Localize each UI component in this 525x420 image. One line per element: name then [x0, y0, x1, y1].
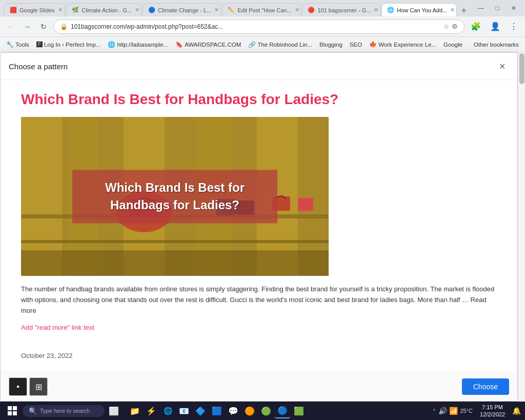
- windows-logo: [8, 406, 17, 415]
- window-controls: — □ ✕: [474, 3, 521, 14]
- bookmark-more[interactable]: Other bookmarks: [472, 41, 521, 49]
- title-bar: 🟥 Google Slides ✕ 🌿 Climate Action - G..…: [0, 0, 525, 16]
- bookmark-awardspace-label: AWARDSPACE.COM: [185, 42, 241, 48]
- rh-icon: 🔗: [248, 41, 256, 48]
- bookmark-tools[interactable]: 🔧 Tools: [4, 40, 31, 49]
- search-icon: 🔍: [29, 407, 37, 415]
- start-cell-1: [8, 406, 12, 410]
- tray-volume-icon[interactable]: 🔊: [438, 407, 447, 415]
- taskbar: 🔍 Type here to search ⬜ 📁 ⚡ 🌐 📧 🔷 🟦 💬 🟠 …: [0, 402, 525, 420]
- new-tab-button[interactable]: +: [458, 6, 470, 16]
- read-more-link[interactable]: Add "read more" link text: [21, 324, 94, 331]
- bookmark-google[interactable]: Google: [441, 41, 465, 49]
- bookmarks-bar: 🔧 Tools 🅿 Log In ‹ Perfect Imp... 🌐 http…: [0, 37, 525, 52]
- browser-content-area: Choose a pattern ✕ Which Brand Is Best f…: [0, 52, 525, 402]
- taskbar-vscode[interactable]: 🔷: [193, 403, 208, 418]
- work-icon: 🍁: [369, 41, 377, 48]
- taskbar-apps: 📁 ⚡ 🌐 📧 🔷 🟦 💬 🟠 🟢 🔵 🟩: [123, 403, 431, 418]
- bookmark-awardspace[interactable]: 🔖 AWARDSPACE.COM: [173, 40, 243, 49]
- tray-network-icon[interactable]: 📶: [449, 407, 458, 415]
- scrollbar[interactable]: [518, 52, 525, 402]
- taskbar-teams[interactable]: 💬: [226, 403, 241, 418]
- taskbar-mail[interactable]: 📧: [176, 403, 192, 418]
- choose-button[interactable]: Choose: [462, 378, 509, 395]
- bookmark-login[interactable]: 🅿 Log In ‹ Perfect Imp...: [34, 40, 103, 49]
- tab-label-5: 101 bagscorner - G...: [317, 7, 371, 13]
- tab-close-5[interactable]: ✕: [371, 7, 378, 13]
- minimize-button[interactable]: —: [474, 3, 488, 14]
- back-button[interactable]: ←: [4, 20, 17, 33]
- taskbar-excel[interactable]: 🟩: [291, 403, 307, 418]
- profile-icon[interactable]: 👤: [487, 19, 503, 33]
- tab-label-2: Climate Action - G...: [82, 7, 132, 13]
- scrollbar-thumb[interactable]: [519, 53, 524, 84]
- taskbar-file-explorer[interactable]: 📁: [127, 403, 143, 418]
- tab-label-3: Climate Change - L...: [158, 7, 211, 13]
- dialog-title: Choose a pattern: [9, 62, 68, 71]
- bookmark-tools-label: Tools: [15, 42, 29, 48]
- tools-icon: 🔧: [6, 41, 14, 48]
- extension-icon[interactable]: ⚙: [452, 23, 458, 30]
- maximize-button[interactable]: □: [490, 3, 504, 14]
- blogging-label: Blogging: [319, 42, 342, 48]
- system-tray: ^ 🔊 📶 25°C 7:15 PM 12/2/2022 🔔: [433, 404, 521, 418]
- start-button[interactable]: [4, 403, 21, 419]
- task-view-button[interactable]: ⬜: [107, 404, 121, 418]
- tray-temp: 25°C: [460, 408, 473, 414]
- bookmark-laibasample[interactable]: 🌐 http://laibasample...: [106, 40, 170, 49]
- dialog-close-button[interactable]: ✕: [495, 59, 509, 73]
- tab-close-6[interactable]: ✕: [447, 7, 455, 13]
- forward-button[interactable]: →: [21, 20, 34, 33]
- lock-icon: 🔒: [60, 23, 68, 30]
- url-bar[interactable]: 🔒 101bagscorner.com/wp-admin/post.php?po…: [53, 19, 465, 34]
- tab-strip: 🟥 Google Slides ✕ 🌿 Climate Action - G..…: [4, 0, 470, 16]
- dialog-body: Which Brand Is Best for Handbags for Lad…: [1, 80, 517, 372]
- tab-label-1: Google Slides: [19, 7, 55, 13]
- more-menu-icon[interactable]: ⋮: [507, 19, 521, 33]
- tray-icons: 🔊 📶 25°C: [438, 407, 473, 415]
- tab-close-1[interactable]: ✕: [55, 7, 63, 13]
- refresh-button[interactable]: ↻: [37, 20, 50, 33]
- view-toggle: ▪ ⊞: [9, 377, 48, 396]
- browser-chrome: 🟥 Google Slides ✕ 🌿 Climate Action - G..…: [0, 0, 525, 52]
- taskbar-search[interactable]: 🔍 Type here to search: [23, 405, 105, 417]
- close-button[interactable]: ✕: [507, 3, 521, 14]
- star-icon[interactable]: ☆: [443, 23, 450, 30]
- taskbar-whatsapp[interactable]: 🟢: [258, 403, 274, 418]
- taskbar-edge[interactable]: ⚡: [144, 403, 159, 418]
- bookmark-work-exp[interactable]: 🍁 Work Experience Le...: [367, 40, 438, 49]
- taskbar-zoom[interactable]: 🔵: [275, 403, 290, 418]
- as-icon: 🔖: [175, 41, 183, 48]
- system-clock[interactable]: 7:15 PM 12/2/2022: [476, 404, 509, 418]
- other-bookmarks-label: Other bookmarks: [474, 42, 519, 48]
- featured-image: Which Brand Is Best for Handbags for Lad…: [21, 117, 329, 276]
- start-cell-4: [13, 411, 17, 415]
- tab-google-slides[interactable]: 🟥 Google Slides ✕: [4, 3, 65, 16]
- tab-climate-action[interactable]: 🌿 Climate Action - G... ✕: [66, 3, 142, 16]
- start-cell-2: [13, 406, 17, 410]
- taskbar-powerpoint[interactable]: 🟠: [242, 403, 257, 418]
- tab-how-can-you-add[interactable]: 🌐 How Can You Add... ✕: [381, 3, 457, 16]
- tab-climate-change[interactable]: 🔵 Climate Change - L... ✕: [143, 3, 221, 16]
- tab-close-2[interactable]: ✕: [132, 7, 139, 13]
- single-view-icon: ▪: [16, 382, 19, 391]
- tab-close-4[interactable]: ✕: [292, 7, 299, 13]
- taskbar-chrome[interactable]: 🌐: [160, 403, 175, 418]
- search-text: Type here to search: [40, 408, 90, 414]
- tab-label-4: Edit Post "How Can...: [237, 7, 291, 13]
- taskbar-word[interactable]: 🟦: [209, 403, 225, 418]
- bookmark-seo[interactable]: SEO: [348, 41, 364, 49]
- dialog-overlay: Choose a pattern ✕ Which Brand Is Best f…: [0, 52, 518, 402]
- grid-view-button[interactable]: ⊞: [29, 377, 48, 396]
- extensions-icon[interactable]: 🧩: [468, 19, 484, 33]
- tab-edit-post[interactable]: ✏️ Edit Post "How Can... ✕: [222, 3, 301, 16]
- notification-icon[interactable]: 🔔: [512, 407, 521, 415]
- tab-bagscorner[interactable]: 🔴 101 bagscorner - G... ✕: [302, 3, 380, 16]
- bookmark-blogging[interactable]: Blogging: [317, 41, 345, 49]
- bookmark-robinhood[interactable]: 🔗 The Robinhood Lin...: [246, 40, 314, 49]
- single-view-button[interactable]: ▪: [9, 377, 27, 396]
- tab-close-3[interactable]: ✕: [211, 7, 219, 13]
- tray-chevron-icon[interactable]: ^: [433, 408, 435, 414]
- tab-label-6: How Can You Add...: [397, 7, 447, 13]
- article-date: October 23, 2022: [21, 352, 497, 359]
